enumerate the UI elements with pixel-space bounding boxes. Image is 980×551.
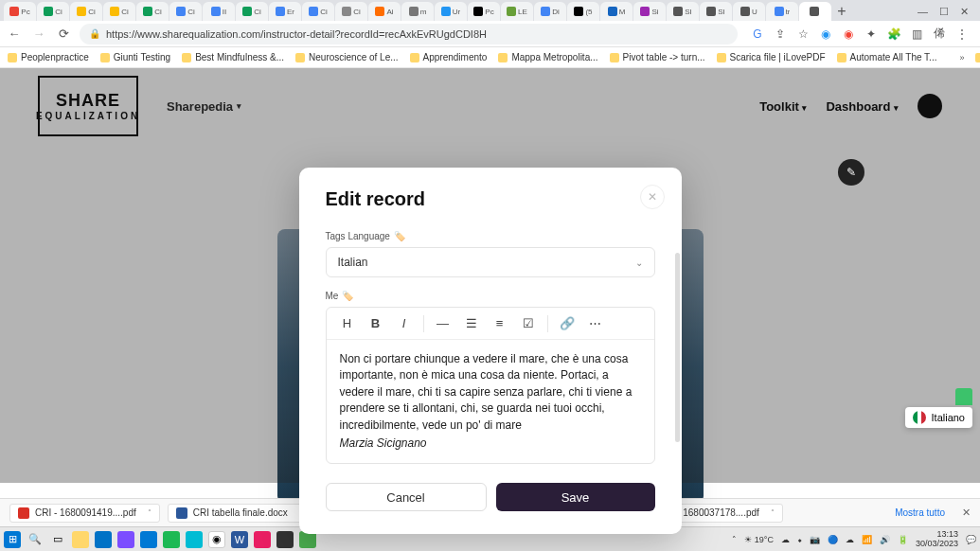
word-icon[interactable]: W [231, 531, 248, 548]
weather-widget[interactable]: ☀ 19°C [744, 535, 774, 544]
maximize-icon[interactable]: ☐ [939, 6, 949, 18]
bookmark-item[interactable]: Best Mindfulness &... [182, 52, 284, 62]
spotify-icon[interactable] [163, 531, 180, 548]
tray-icon[interactable]: ⬥ [797, 535, 802, 544]
browser-tab[interactable]: Ci [103, 2, 135, 21]
extensions-icon[interactable]: ✦ [864, 27, 878, 41]
close-window-icon[interactable]: ✕ [960, 6, 969, 18]
bookmark-item[interactable]: Automate All The T... [837, 52, 937, 62]
bookmark-item[interactable]: Mappa Metropolita... [498, 52, 597, 62]
browser-tab[interactable]: Ci [302, 2, 334, 21]
reload-button[interactable]: ⟳ [55, 26, 72, 43]
browser-tab[interactable]: Ci [236, 2, 268, 21]
bookmark-item[interactable]: Peoplenpractice [8, 52, 89, 62]
bold-button[interactable]: B [363, 312, 389, 335]
browser-tab[interactable]: M [600, 2, 633, 21]
profile-icon[interactable]: 俙 [933, 27, 946, 41]
share-icon[interactable]: ⇪ [774, 27, 787, 41]
app-icon[interactable] [117, 531, 134, 548]
browser-tab[interactable]: Di [534, 2, 566, 21]
task-view-button[interactable]: ▭ [49, 531, 66, 548]
app-icon[interactable] [254, 531, 271, 548]
onedrive-icon[interactable]: ☁ [846, 535, 854, 544]
heading-button[interactable]: H [334, 312, 361, 335]
back-button[interactable]: ← [6, 26, 23, 43]
star-icon[interactable]: ☆ [796, 27, 810, 41]
show-all-downloads[interactable]: Mostra tutto [895, 507, 945, 518]
close-shelf-button[interactable]: ✕ [962, 507, 971, 519]
tray-icon[interactable]: 🔵 [828, 535, 838, 544]
puzzle-icon[interactable]: 🧩 [887, 27, 900, 41]
cancel-button[interactable]: Cancel [326, 483, 487, 511]
browser-tab[interactable]: Ci [136, 2, 169, 21]
italic-button[interactable]: I [391, 312, 418, 335]
browser-tab[interactable] [799, 2, 831, 21]
edit-fab-button[interactable]: ✎ [838, 159, 864, 186]
chevron-up-icon[interactable]: ˄ [771, 508, 775, 517]
ext-1-icon[interactable]: ◉ [819, 27, 832, 41]
ext-2-icon[interactable]: ◉ [842, 27, 855, 41]
wifi-icon[interactable]: 📶 [862, 535, 872, 544]
modal-scrollbar[interactable] [675, 253, 680, 442]
app-icon[interactable] [186, 531, 203, 548]
browser-tab[interactable]: Ai [368, 2, 401, 21]
editor-content[interactable]: Non ci portare chiunque a vedere il mare… [327, 340, 654, 463]
ext-3-icon[interactable]: ▥ [910, 27, 923, 41]
bookmark-item[interactable]: Giunti Testing [100, 52, 170, 62]
language-switcher[interactable]: Italiano [905, 407, 972, 428]
browser-tab[interactable]: Ci [37, 2, 69, 21]
app-icon[interactable] [276, 531, 294, 548]
browser-tab[interactable]: Er [269, 2, 301, 21]
browser-tab[interactable]: (5 [567, 2, 599, 21]
browser-tab[interactable]: U [733, 2, 765, 21]
browser-tab[interactable]: LE [501, 2, 533, 21]
ordered-list-button[interactable]: ≡ [487, 312, 513, 335]
tray-icon[interactable]: 📷 [810, 535, 820, 544]
browser-tab[interactable]: Ci [169, 2, 202, 21]
chevron-up-icon[interactable]: ˄ [148, 508, 151, 517]
browser-tab[interactable]: tr [766, 2, 798, 21]
bookmark-item[interactable]: Scarica file | iLovePDF [717, 52, 826, 62]
edge-icon[interactable] [140, 531, 157, 548]
checklist-button[interactable]: ☑ [515, 312, 542, 335]
menu-icon[interactable]: ⋮ [955, 27, 969, 41]
browser-tab[interactable]: SI [667, 2, 699, 21]
new-tab-button[interactable]: + [832, 2, 851, 21]
url-input[interactable]: 🔒 https://www.sharequalization.com/instr… [80, 24, 738, 44]
chrome-icon[interactable]: ◉ [208, 531, 225, 548]
minimize-icon[interactable]: — [918, 6, 928, 17]
language-select[interactable]: Italian ⌄ [326, 247, 655, 277]
browser-tab[interactable]: Ur [435, 2, 467, 21]
translate-icon[interactable]: G [751, 27, 764, 41]
save-button[interactable]: Save [496, 483, 655, 511]
download-item[interactable]: CRI - 1680091419....pdf˄ [9, 504, 160, 523]
browser-tab[interactable]: Ci [70, 2, 102, 21]
more-button[interactable]: ⋯ [582, 312, 609, 335]
start-button[interactable]: ⊞ [4, 531, 21, 548]
tray-chevron-icon[interactable]: ˄ [732, 535, 737, 544]
notifications-icon[interactable]: 💬 [966, 535, 976, 544]
bullet-list-button[interactable]: ☰ [458, 312, 485, 335]
clock[interactable]: 13:13 30/03/2023 [916, 530, 958, 549]
forward-button[interactable]: → [30, 26, 47, 43]
explorer-icon[interactable] [72, 531, 89, 548]
bookmark-overflow-icon[interactable]: » [959, 53, 964, 62]
tray-icon[interactable]: ☁ [781, 535, 790, 544]
download-item[interactable]: CRI tabella finale.docx˄ [168, 504, 312, 523]
bookmark-item[interactable]: Neuroscience of Le... [295, 52, 399, 62]
link-button[interactable]: 🔗 [554, 312, 580, 335]
scroll-top-button[interactable] [955, 388, 972, 405]
hr-button[interactable]: — [430, 312, 456, 335]
browser-tab[interactable]: SI [700, 2, 732, 21]
browser-tab[interactable]: m [401, 2, 434, 21]
browser-tab[interactable]: II [203, 2, 235, 21]
search-button[interactable]: 🔍 [27, 531, 44, 548]
volume-icon[interactable]: 🔊 [880, 535, 890, 544]
modal-close-button[interactable]: ✕ [640, 185, 665, 209]
other-bookmarks[interactable]: Altri Preferiti [975, 52, 980, 62]
battery-icon[interactable]: 🔋 [898, 535, 908, 544]
browser-tab[interactable]: Si [633, 2, 666, 21]
browser-tab[interactable]: Ci [335, 2, 367, 21]
browser-tab[interactable]: Pc [468, 2, 500, 21]
bookmark-item[interactable]: Apprendimento [410, 52, 488, 62]
